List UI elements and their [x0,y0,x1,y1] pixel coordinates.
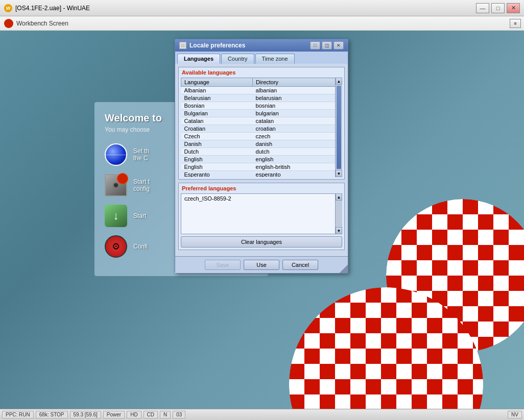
scroll-thumb[interactable] [337,86,341,169]
tab-languages[interactable]: Languages [177,54,220,64]
directory-cell: catalan [253,117,342,125]
language-cell: Dutch [181,148,253,156]
language-row[interactable]: Belarusianbelarusian [181,94,342,102]
available-languages-section: Available languages Language Directory [178,67,345,180]
dialog-title-bar: □ Locale preferences □ ◫ ✕ [175,39,348,52]
dialog-title-buttons: □ ◫ ✕ [310,41,344,50]
locale-dialog: □ Locale preferences □ ◫ ✕ Languages Cou… [175,39,348,274]
language-cell: Belarusian [181,94,253,102]
directory-cell: dutch [253,148,342,156]
language-cell: Croatian [181,125,253,133]
language-row[interactable]: Bulgarianbulgarian [181,110,342,117]
menu-install-text: Start [133,212,146,219]
save-button[interactable]: Save [205,260,241,270]
preferred-scroll-down[interactable]: ▼ [336,227,342,234]
language-row[interactable]: Czechczech [181,133,342,140]
dialog-content: Available languages Language Directory [175,64,348,256]
status-n: N [160,411,171,418]
col-language: Language [181,78,253,87]
config-icon: ⚙ [105,235,127,258]
dialog-close-button[interactable]: ✕ [334,41,344,50]
language-row[interactable]: Englishenglish [181,156,342,163]
menu-locale-text: Set ththe C [133,147,149,162]
status-ppc: PPC: RUN [2,411,34,418]
language-cell: Bosnian [181,102,253,110]
title-bar: W [OS4.1FE-2.uae] - WinUAE — □ ✕ [0,0,524,16]
directory-cell: english [253,156,342,163]
language-table-scroll[interactable]: Language Directory AlbanianalbanianBelar… [181,78,342,177]
globe-icon [105,143,127,166]
disk-config-icon [105,174,127,196]
directory-cell: belarusian [253,94,342,102]
dialog-title-icon: □ [179,42,186,49]
directory-cell: croatian [253,125,342,133]
use-button[interactable]: Use [244,260,279,270]
preferred-scroll-up[interactable]: ▲ [336,193,342,201]
language-row[interactable]: Dutchdutch [181,148,342,156]
workbench-title: Workbench Screen [16,20,68,27]
status-03: 03 [173,411,185,418]
menu-configure-text: Confi [133,243,148,250]
language-cell: Danish [181,140,253,148]
status-nv: NV [508,411,522,418]
menu-config-text: Start tconfig [133,178,150,192]
language-cell: English [181,156,253,163]
preferred-languages-section: Preferred languages czech_ISO-8859-2 ▲ ▼… [178,183,345,250]
window-controls: — □ ✕ [476,3,520,13]
preferred-scrollbar[interactable]: ▲ ▼ [335,193,342,234]
cancel-button[interactable]: Cancel [282,260,318,270]
language-cell: Esperanto [181,171,253,178]
desktop: Welcome to You may choose Set ththe C St… [0,31,524,420]
preferred-scroll-area [336,201,342,227]
directory-cell: czech [253,133,342,140]
dialog-zoom-button[interactable]: ◫ [322,41,332,50]
preferred-languages-title: Preferred languages [181,185,342,191]
clear-languages-button[interactable]: Clear languages [181,236,342,248]
status-power: Power [103,411,125,418]
tab-timezone[interactable]: Time zone [255,54,295,64]
language-row[interactable]: Bosnianbosnian [181,102,342,110]
workbench-icon [4,19,13,28]
language-scrollbar[interactable]: ▲ ▼ [335,78,342,177]
close-button[interactable]: ✕ [507,3,520,13]
minimize-button[interactable]: — [476,3,489,13]
directory-cell: english-british [253,163,342,171]
preferred-item: czech_ISO-8859-2 [183,195,340,202]
col-directory: Directory [253,78,342,87]
scroll-down-button[interactable]: ▼ [336,170,342,177]
directory-cell: danish [253,140,342,148]
dialog-title-text: Locale preferences [189,42,245,49]
language-row[interactable]: Albanianalbanian [181,87,342,94]
resize-handle[interactable] [340,265,348,273]
app-icon: W [4,4,12,12]
dialog-tabs: Languages Country Time zone [175,52,348,64]
status-freq: 59.3 [59.6] [70,411,101,418]
workbench-menu-button[interactable]: ≡ [510,19,521,28]
dialog-footer: Save Use Cancel [175,256,348,273]
tab-country[interactable]: Country [221,54,254,64]
language-table: Language Directory AlbanianalbanianBelar… [181,78,342,177]
language-row[interactable]: Croatiancroatian [181,125,342,133]
dialog-expand-button[interactable]: □ [310,41,320,50]
maximize-button[interactable]: □ [491,3,505,13]
language-cell: Catalan [181,117,253,125]
language-cell: Albanian [181,87,253,94]
language-row[interactable]: Danishdanish [181,140,342,148]
scroll-up-button[interactable]: ▲ [336,78,342,85]
directory-cell: albanian [253,87,342,94]
language-table-container: Language Directory AlbanianalbanianBelar… [181,78,342,177]
workbench-bar: Workbench Screen ≡ [0,16,524,31]
directory-cell: esperanto [253,171,342,178]
preferred-languages-list[interactable]: czech_ISO-8859-2 [181,193,342,234]
language-cell: Bulgarian [181,110,253,117]
status-cd: CD [144,411,158,418]
language-cell: English [181,163,253,171]
language-row[interactable]: Englishenglish-british [181,163,342,171]
window-title: [OS4.1FE-2.uae] - WinUAE [15,5,476,12]
install-icon: ↓ [105,205,127,227]
language-row[interactable]: Catalancatalan [181,117,342,125]
language-row[interactable]: Esperantoesperanto [181,171,342,178]
status-68k: 68k: STOP [36,411,68,418]
directory-cell: bulgarian [253,110,342,117]
status-hd: HD [127,411,141,418]
